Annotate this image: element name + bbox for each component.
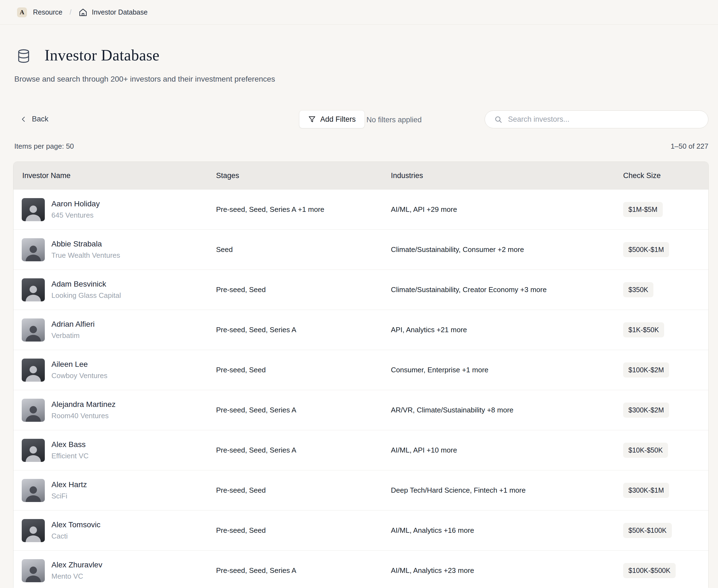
- check-size-cell: $350K: [623, 282, 709, 297]
- check-size-badge: $500K-$1M: [623, 242, 669, 257]
- stages-cell: Pre-seed, Seed: [216, 526, 391, 535]
- check-size-cell: $100K-$2M: [623, 362, 709, 378]
- investor-cell: Adam Besvinick Looking Glass Capital: [14, 278, 216, 301]
- stages-cell: Seed: [216, 245, 391, 254]
- back-button[interactable]: Back: [20, 115, 48, 123]
- breadcrumb-resource[interactable]: Resource: [33, 8, 62, 16]
- items-per-page-label: Items per page: 50: [14, 142, 74, 151]
- industries-cell: Consumer, Enterprise +1 more: [391, 366, 623, 374]
- investor-firm: Efficient VC: [52, 452, 88, 460]
- table-row[interactable]: Aileen Lee Cowboy Ventures Pre-seed, See…: [14, 350, 709, 390]
- industries-cell: Climate/Sustainability, Consumer +2 more: [391, 245, 623, 254]
- avatar: [22, 559, 45, 582]
- name-block: Alex Zhuravlev Mento VC: [52, 561, 102, 581]
- investor-name[interactable]: Alex Zhuravlev: [52, 561, 102, 569]
- column-header-stages: Stages: [216, 171, 391, 180]
- add-filters-label: Add Filters: [320, 115, 356, 124]
- stages-cell: Pre-seed, Seed: [216, 366, 391, 374]
- name-block: Alex Bass Efficient VC: [52, 440, 88, 460]
- avatar: [22, 439, 45, 462]
- table-row[interactable]: Adam Besvinick Looking Glass Capital Pre…: [14, 270, 709, 310]
- search-input[interactable]: [508, 115, 704, 124]
- investor-cell: Alex Hartz SciFi: [14, 479, 216, 502]
- check-size-badge: $1K-$50K: [623, 322, 664, 337]
- table-row[interactable]: Alex Hartz SciFi Pre-seed, Seed Deep Tec…: [14, 470, 709, 510]
- table-row[interactable]: Alex Tomsovic Cacti Pre-seed, Seed AI/ML…: [14, 510, 709, 550]
- industries-cell: AI/ML, Analytics +16 more: [391, 526, 623, 535]
- avatar: [22, 238, 45, 261]
- investor-cell: Alex Bass Efficient VC: [14, 439, 216, 462]
- check-size-cell: $50K-$100K: [623, 523, 709, 538]
- avatar: [22, 198, 45, 221]
- app-logo-icon[interactable]: A: [17, 7, 27, 17]
- investor-name[interactable]: Alex Tomsovic: [52, 520, 100, 529]
- stages-cell: Pre-seed, Seed, Series A: [216, 406, 391, 414]
- table-header-row: Investor Name Stages Industries Check Si…: [14, 162, 709, 189]
- avatar: [22, 519, 45, 542]
- investor-name[interactable]: Aaron Holiday: [52, 200, 100, 208]
- breadcrumb-separator: /: [69, 8, 71, 16]
- column-header-industries: Industries: [391, 171, 623, 180]
- avatar: [22, 318, 45, 341]
- investor-firm: True Wealth Ventures: [52, 251, 120, 260]
- name-block: Abbie Strabala True Wealth Ventures: [52, 239, 120, 260]
- investor-cell: Adrian Alfieri Verbatim: [14, 318, 216, 341]
- investor-firm: Mento VC: [52, 572, 102, 581]
- avatar: [22, 399, 45, 422]
- name-block: Alex Tomsovic Cacti: [52, 520, 100, 541]
- filters-status-text: No filters applied: [366, 116, 422, 124]
- stages-cell: Pre-seed, Seed, Series A: [216, 566, 391, 575]
- investor-cell: Alex Zhuravlev Mento VC: [14, 559, 216, 582]
- table-row[interactable]: Adrian Alfieri Verbatim Pre-seed, Seed, …: [14, 310, 709, 350]
- name-block: Alejandra Martinez Room40 Ventures: [52, 400, 116, 420]
- search-icon: [494, 115, 502, 124]
- table-row[interactable]: Aaron Holiday 645 Ventures Pre-seed, See…: [14, 189, 709, 229]
- name-block: Adrian Alfieri Verbatim: [52, 320, 95, 340]
- investor-cell: Alex Tomsovic Cacti: [14, 519, 216, 542]
- check-size-badge: $350K: [623, 282, 653, 297]
- home-icon: [79, 8, 87, 17]
- investor-name[interactable]: Alejandra Martinez: [52, 400, 116, 409]
- breadcrumb-current-page[interactable]: Investor Database: [92, 8, 148, 16]
- avatar: [22, 278, 45, 301]
- investor-table: Investor Name Stages Industries Check Si…: [13, 162, 709, 588]
- investor-cell: Alejandra Martinez Room40 Ventures: [14, 399, 216, 422]
- table-row[interactable]: Alex Bass Efficient VC Pre-seed, Seed, S…: [14, 430, 709, 470]
- filter-funnel-icon: [308, 115, 316, 123]
- column-header-check-size: Check Size: [623, 171, 709, 180]
- check-size-cell: $1K-$50K: [623, 322, 709, 337]
- page-title: Investor Database: [44, 46, 160, 64]
- table-row[interactable]: Alejandra Martinez Room40 Ventures Pre-s…: [14, 390, 709, 430]
- name-block: Aaron Holiday 645 Ventures: [52, 200, 100, 219]
- investor-name[interactable]: Aileen Lee: [52, 360, 107, 369]
- name-block: Alex Hartz SciFi: [52, 480, 87, 500]
- stages-cell: Pre-seed, Seed, Series A +1 more: [216, 205, 391, 214]
- investor-name[interactable]: Adam Besvinick: [52, 280, 121, 289]
- breadcrumb: A Resource / Investor Database: [0, 0, 718, 25]
- name-block: Adam Besvinick Looking Glass Capital: [52, 280, 121, 300]
- investor-cell: Aileen Lee Cowboy Ventures: [14, 359, 216, 382]
- investor-name[interactable]: Adrian Alfieri: [52, 320, 95, 329]
- industries-cell: Climate/Sustainability, Creator Economy …: [391, 286, 623, 294]
- industries-cell: AI/ML, Analytics +23 more: [391, 566, 623, 575]
- investor-name[interactable]: Abbie Strabala: [52, 239, 120, 248]
- pagination-range-label: 1–50 of 227: [559, 142, 709, 151]
- search-box: [485, 110, 709, 128]
- name-block: Aileen Lee Cowboy Ventures: [52, 360, 107, 380]
- investor-firm: Cacti: [52, 532, 100, 541]
- check-size-cell: $300K-$1M: [623, 483, 709, 498]
- database-icon: [17, 49, 30, 63]
- table-body: Aaron Holiday 645 Ventures Pre-seed, See…: [14, 189, 709, 588]
- investor-firm: Cowboy Ventures: [52, 372, 107, 380]
- investor-name[interactable]: Alex Bass: [52, 440, 88, 449]
- table-row[interactable]: Abbie Strabala True Wealth Ventures Seed…: [14, 229, 709, 270]
- check-size-badge: $300K-$1M: [623, 483, 669, 498]
- check-size-cell: $500K-$1M: [623, 242, 709, 257]
- add-filters-button[interactable]: Add Filters: [299, 110, 365, 128]
- investor-name[interactable]: Alex Hartz: [52, 480, 87, 489]
- back-label: Back: [32, 115, 48, 123]
- check-size-badge: $50K-$100K: [623, 523, 672, 538]
- table-row[interactable]: Alex Zhuravlev Mento VC Pre-seed, Seed, …: [14, 550, 709, 588]
- investor-firm: SciFi: [52, 492, 87, 500]
- investor-firm: Looking Glass Capital: [52, 291, 121, 300]
